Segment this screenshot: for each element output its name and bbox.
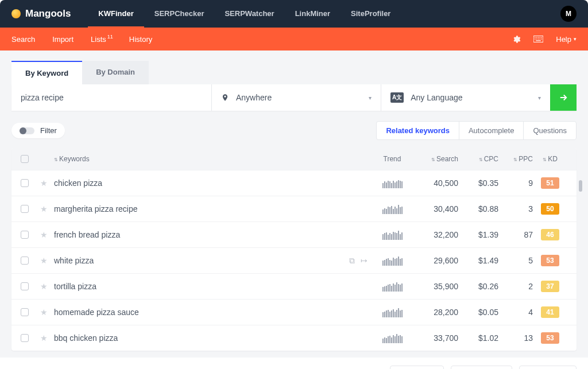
table-row[interactable]: ★bbq chicken pizza33,700$1.021353 <box>11 325 577 351</box>
kwtab-autocomplete[interactable]: Autocomplete <box>459 122 524 139</box>
ppc-cell: 9 <box>498 178 533 188</box>
svg-rect-5 <box>541 37 542 37</box>
search-button[interactable] <box>550 84 577 111</box>
topnav-serpwatcher[interactable]: SERPWatcher <box>214 0 284 28</box>
toggle-switch[interactable] <box>20 127 34 134</box>
mode-tab-by-keyword[interactable]: By Keyword <box>11 61 82 84</box>
col-trend[interactable]: Trend <box>372 155 412 163</box>
star-icon[interactable]: ★ <box>40 230 48 239</box>
search-cell: 33,700 <box>412 333 458 343</box>
svg-rect-6 <box>535 38 535 39</box>
open-icon[interactable]: ↦ <box>361 256 368 266</box>
row-checkbox[interactable] <box>21 179 29 187</box>
add-to-list-button[interactable]: ★ Add to list <box>451 366 512 369</box>
svg-rect-2 <box>536 37 537 37</box>
table-row[interactable]: ★tortilla pizza35,900$0.26237 <box>11 273 577 299</box>
table-row[interactable]: ★margherita pizza recipe30,400$0.88350 <box>11 196 577 222</box>
subnav-import[interactable]: Import <box>52 35 74 44</box>
trend-cell <box>372 307 412 317</box>
select-all-checkbox[interactable] <box>21 155 29 163</box>
subnav-lists[interactable]: Lists11 <box>91 35 112 44</box>
table-row[interactable]: ★white pizza⧉↦29,600$1.49553 <box>11 247 577 273</box>
chevron-down-icon: ▾ <box>574 36 577 42</box>
topnav-kwfinder[interactable]: KWFinder <box>88 0 144 28</box>
col-ppc[interactable]: ⇅PPC <box>498 155 533 163</box>
topnav-linkminer[interactable]: LinkMiner <box>285 0 341 28</box>
chevron-down-icon: ▾ <box>538 95 541 101</box>
col-keywords[interactable]: ⇅Keywords <box>54 155 372 163</box>
col-search[interactable]: ⇅Search <box>412 155 458 163</box>
brand-logo[interactable]: Mangools <box>11 8 71 20</box>
filter-row: Filter Related keywordsAutocompleteQuest… <box>11 121 577 140</box>
mode-tab-by-domain[interactable]: By Domain <box>82 61 149 84</box>
ppc-cell: 2 <box>498 282 533 291</box>
kd-cell: 51 <box>533 177 567 189</box>
mode-tabs: By KeywordBy Domain <box>11 61 577 84</box>
row-checkbox[interactable] <box>21 282 29 290</box>
scrollbar-thumb[interactable] <box>579 180 582 192</box>
language-icon: A文 <box>390 92 404 103</box>
cpc-cell: $0.88 <box>458 204 498 213</box>
trend-cell <box>372 204 412 214</box>
language-select[interactable]: A文 Any Language ▾ <box>381 84 550 111</box>
svg-rect-3 <box>538 37 539 37</box>
brand-icon <box>11 9 21 18</box>
main-area: By KeywordBy Domain Anywhere ▾ A文 Any La… <box>0 51 588 358</box>
export-button[interactable]: ⬇ Export ▾ <box>519 366 577 369</box>
filter-label: Filter <box>40 126 57 135</box>
cpc-cell: $0.35 <box>458 178 498 188</box>
row-checkbox[interactable] <box>21 205 29 213</box>
search-cell: 40,500 <box>412 178 458 188</box>
svg-rect-9 <box>540 38 540 39</box>
topnav-serpchecker[interactable]: SERPChecker <box>144 0 215 28</box>
kd-cell: 50 <box>533 203 567 215</box>
svg-rect-7 <box>536 38 537 39</box>
sub-bar: SearchImportLists11History Help ▾ <box>0 28 588 51</box>
ppc-cell: 13 <box>498 333 533 343</box>
col-kd[interactable]: ⇅KD <box>533 155 567 163</box>
kwtab-related-keywords[interactable]: Related keywords <box>377 122 459 139</box>
row-checkbox[interactable] <box>21 308 29 316</box>
star-icon[interactable]: ★ <box>40 308 48 317</box>
col-cpc[interactable]: ⇅CPC <box>458 155 498 163</box>
search-row: Anywhere ▾ A文 Any Language ▾ <box>11 84 577 111</box>
settings-icon[interactable] <box>512 35 521 44</box>
kd-cell: 41 <box>533 306 567 318</box>
svg-rect-1 <box>535 37 535 37</box>
table-row[interactable]: ★chicken pizza40,500$0.35951 <box>11 170 577 196</box>
star-icon[interactable]: ★ <box>40 256 48 265</box>
trend-cell <box>372 178 412 188</box>
keyboard-icon[interactable] <box>533 36 543 42</box>
star-icon[interactable]: ★ <box>40 178 48 188</box>
keyword-cell: chicken pizza <box>54 178 372 188</box>
topnav-siteprofiler[interactable]: SiteProfiler <box>341 0 401 28</box>
table-row[interactable]: ★homemade pizza sauce28,200$0.05441 <box>11 299 577 325</box>
keyword-mode-tabs: Related keywordsAutocompleteQuestions <box>376 121 577 140</box>
brand-text: Mangools <box>25 8 71 20</box>
search-cell: 35,900 <box>412 282 458 291</box>
table-row[interactable]: ★french bread pizza32,200$1.398746 <box>11 222 577 247</box>
kwtab-questions[interactable]: Questions <box>523 122 576 139</box>
help-menu[interactable]: Help ▾ <box>556 35 577 44</box>
trend-cell <box>372 230 412 240</box>
row-checkbox[interactable] <box>21 231 29 239</box>
refresh-button[interactable]: ⟳ Refresh <box>390 366 444 369</box>
subnav-history[interactable]: History <box>129 35 152 44</box>
filter-toggle[interactable]: Filter <box>11 123 65 138</box>
star-icon[interactable]: ★ <box>40 333 48 343</box>
avatar[interactable]: M <box>560 6 577 22</box>
topbar: Mangools KWFinderSERPCheckerSERPWatcherL… <box>0 0 588 28</box>
star-icon[interactable]: ★ <box>40 282 48 291</box>
row-checkbox[interactable] <box>21 334 29 342</box>
star-icon[interactable]: ★ <box>40 204 48 213</box>
trend-cell <box>372 281 412 292</box>
trend-cell <box>372 333 412 343</box>
keyword-cell: white pizza⧉↦ <box>54 256 372 266</box>
subnav-search[interactable]: Search <box>11 35 35 44</box>
search-cell: 30,400 <box>412 204 458 213</box>
location-select[interactable]: Anywhere ▾ <box>211 84 381 111</box>
keyword-input[interactable] <box>11 84 211 111</box>
svg-rect-4 <box>540 37 540 37</box>
copy-icon[interactable]: ⧉ <box>349 256 355 266</box>
row-checkbox[interactable] <box>21 257 29 265</box>
